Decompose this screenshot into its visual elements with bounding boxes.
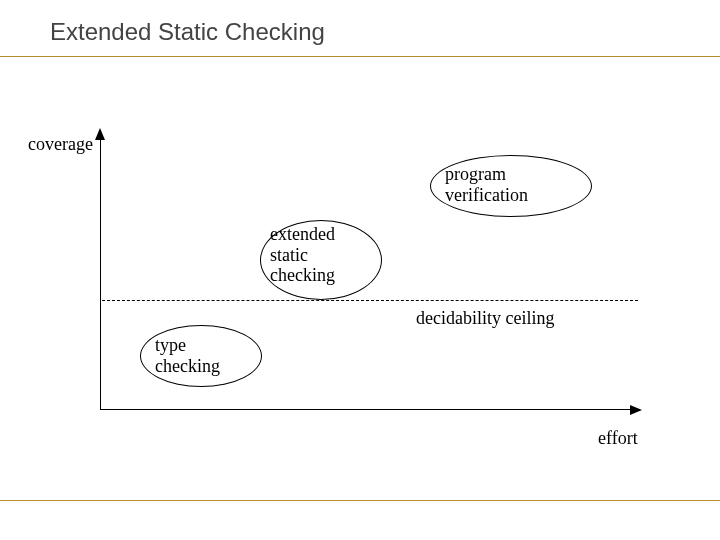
arrow-right-icon [630, 405, 642, 415]
node-extended-static-checking [260, 220, 382, 300]
decidability-threshold-label: decidability ceiling [416, 308, 554, 329]
node-type-checking [140, 325, 262, 387]
divider-top [0, 56, 720, 57]
decidability-threshold-line [102, 300, 638, 301]
divider-bottom [0, 500, 720, 501]
y-axis [100, 130, 101, 410]
x-axis-label: effort [598, 428, 638, 449]
slide-title: Extended Static Checking [50, 18, 325, 46]
chart-area: coverage effort decidability ceiling typ… [100, 130, 640, 410]
arrow-up-icon [95, 128, 105, 140]
node-program-verification [430, 155, 592, 217]
y-axis-label: coverage [28, 134, 93, 155]
x-axis [100, 409, 640, 410]
